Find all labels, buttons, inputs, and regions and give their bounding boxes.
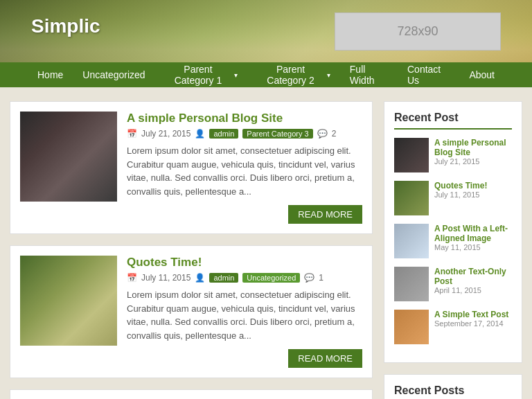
post-excerpt: Lorem ipsum dolor sit amet, consectetuer… [127, 144, 362, 198]
post-meta: 📅 July 21, 2015 👤 admin Parent Category … [127, 129, 362, 139]
category-badge[interactable]: Parent Category 3 [242, 129, 312, 139]
post-thumbnail [20, 256, 117, 346]
recent-post-date: September 17, 2014 [434, 319, 512, 328]
author-badge[interactable]: admin [209, 273, 238, 283]
recent-post-thumbnail [394, 224, 429, 258]
recent-post-widget: Recent Post A simple Personal Blog Site … [384, 101, 522, 363]
nav-about[interactable]: About [459, 64, 504, 86]
recent-post-title[interactable]: A Simple Text Post [434, 310, 512, 319]
chevron-down-icon: ▾ [327, 71, 330, 79]
nav-dropdown-parent1: Parent Category 1 ▾ [155, 58, 248, 91]
nav-home[interactable]: Home [28, 64, 73, 86]
read-more-button[interactable]: READ MORE [288, 205, 362, 224]
post-thumbnail [20, 112, 117, 202]
recent-post-date: July 21, 2015 [434, 157, 512, 166]
post-date: July 11, 2015 [141, 273, 190, 283]
site-header: Simplic 728x90 [0, 0, 532, 62]
post-title[interactable]: Quotes Time! [127, 256, 362, 269]
author-badge[interactable]: admin [209, 129, 238, 139]
comment-count: 1 [319, 273, 323, 283]
chevron-down-icon: ▾ [234, 71, 238, 79]
recent-post-info: Quotes Time! July 11, 2015 [434, 181, 512, 199]
recent-post-thumbnail [394, 310, 429, 344]
nav-uncategorized[interactable]: Uncategorized [73, 64, 154, 86]
recent-post-thumbnail [394, 267, 429, 301]
post-card: Quotes Time! 📅 July 11, 2015 👤 admin Unc… [10, 245, 373, 378]
recent-post-title[interactable]: A Post With a Left-Aligned Image [434, 224, 512, 243]
main-content: A simple Personal Blog Site 📅 July 21, 2… [10, 101, 373, 399]
read-more-wrap: READ MORE [127, 205, 362, 224]
nav-contact-us[interactable]: Contact Us [398, 58, 459, 91]
recent-post-item: A Post With a Left-Aligned Image May 11,… [394, 224, 512, 258]
recent-post-info: A Post With a Left-Aligned Image May 11,… [434, 224, 512, 251]
nav-parent-category-2[interactable]: Parent Category 2 ▾ [247, 58, 340, 91]
sidebar: Recent Post A simple Personal Blog Site … [384, 101, 522, 399]
post-card: A Post With a Left-Aligned Image 📅 May 1… [10, 389, 373, 399]
comment-icon: 💬 [304, 273, 314, 283]
comment-icon: 💬 [317, 129, 328, 139]
ad-banner: 728x90 [335, 12, 501, 51]
recent-posts-widget-title: Recent Posts [394, 384, 512, 399]
recent-post-item: Another Text-Only Post April 11, 2015 [394, 267, 512, 301]
recent-post-item: A Simple Text Post September 17, 2014 [394, 310, 512, 344]
post-body: A simple Personal Blog Site 📅 July 21, 2… [127, 112, 362, 224]
read-more-button[interactable]: READ MORE [288, 349, 362, 368]
category-badge[interactable]: Uncategorized [242, 273, 300, 283]
nav-full-width[interactable]: Full Width [340, 58, 398, 91]
recent-post-title[interactable]: A simple Personal Blog Site [434, 138, 512, 157]
post-body: Quotes Time! 📅 July 11, 2015 👤 admin Unc… [127, 256, 362, 368]
recent-post-thumbnail [394, 181, 429, 215]
nav-parent-category-1[interactable]: Parent Category 1 ▾ [155, 58, 248, 91]
calendar-icon: 📅 [127, 129, 137, 139]
calendar-icon: 📅 [127, 273, 137, 283]
recent-post-item: A simple Personal Blog Site July 21, 201… [394, 138, 512, 172]
recent-posts-widget: Recent Posts [384, 374, 522, 399]
user-icon: 👤 [195, 129, 205, 139]
recent-post-date: May 11, 2015 [434, 243, 512, 251]
recent-post-info: Another Text-Only Post April 11, 2015 [434, 267, 512, 294]
recent-post-item: Quotes Time! July 11, 2015 [394, 181, 512, 215]
comment-count: 2 [332, 129, 337, 139]
recent-post-widget-title: Recent Post [394, 112, 512, 130]
recent-post-info: A simple Personal Blog Site July 21, 201… [434, 138, 512, 166]
recent-post-date: April 11, 2015 [434, 286, 512, 294]
recent-post-date: July 11, 2015 [434, 190, 512, 199]
recent-post-thumbnail [394, 138, 429, 172]
post-date: July 21, 2015 [141, 129, 190, 139]
recent-post-title[interactable]: Quotes Time! [434, 181, 512, 190]
recent-post-title[interactable]: Another Text-Only Post [434, 267, 512, 286]
post-card: A simple Personal Blog Site 📅 July 21, 2… [10, 101, 373, 234]
nav-dropdown-parent2: Parent Category 2 ▾ [247, 58, 340, 91]
main-nav: Home Uncategorized Parent Category 1 ▾ P… [0, 62, 532, 87]
post-title[interactable]: A simple Personal Blog Site [127, 112, 362, 125]
recent-post-info: A Simple Text Post September 17, 2014 [434, 310, 512, 328]
user-icon: 👤 [195, 273, 205, 283]
read-more-wrap: READ MORE [127, 349, 362, 368]
page-container: A simple Personal Blog Site 📅 July 21, 2… [3, 87, 529, 399]
post-meta: 📅 July 11, 2015 👤 admin Uncategorized 💬 … [127, 273, 362, 283]
post-excerpt: Lorem ipsum dolor sit amet, consectetuer… [127, 288, 362, 342]
site-title: Simplic [31, 15, 100, 37]
